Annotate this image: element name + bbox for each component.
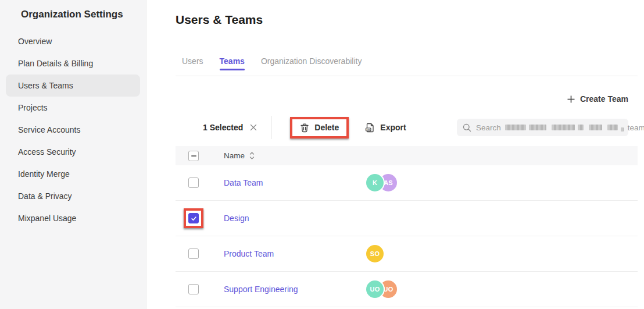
- row-checkbox-checked[interactable]: [188, 213, 199, 223]
- avatar: K: [366, 174, 384, 191]
- create-team-row: Create Team: [176, 91, 638, 106]
- export-label: Export: [380, 123, 406, 132]
- checkbox-annotation-box: [184, 208, 203, 228]
- team-link[interactable]: Product Team: [224, 249, 274, 258]
- sidebar-item-access-security[interactable]: Access Security: [6, 141, 140, 163]
- trash-icon: [300, 123, 309, 133]
- search-placeholder: Search teams: [476, 123, 644, 132]
- create-team-button[interactable]: Create Team: [567, 94, 628, 104]
- organization-settings-page: Organization Settings Overview Plan Deta…: [0, 0, 644, 309]
- avatar-stack: K AS: [366, 174, 397, 191]
- page-title: Users & Teams: [176, 12, 638, 27]
- sidebar-item-projects[interactable]: Projects: [6, 97, 140, 119]
- close-icon: [250, 124, 257, 131]
- csv-file-icon: csv: [365, 123, 375, 133]
- export-button[interactable]: csv Export: [365, 123, 406, 133]
- search-placeholder-prefix: Search: [476, 123, 501, 132]
- redacted-placeholder-text: [505, 125, 624, 130]
- row-checkbox[interactable]: [188, 248, 199, 259]
- team-link[interactable]: Data Team: [224, 178, 263, 187]
- selection-status: 1 Selected: [203, 123, 258, 132]
- delete-annotation-box: Delete: [290, 117, 349, 138]
- vertical-divider: [271, 116, 271, 139]
- name-column-header: Name: [224, 151, 366, 160]
- create-team-label: Create Team: [580, 94, 628, 104]
- main-content: Users & Teams Users Teams Organization D…: [146, 0, 644, 309]
- sidebar-item-data-privacy[interactable]: Data & Privacy: [6, 185, 140, 207]
- team-link[interactable]: Support Engineering: [224, 285, 298, 294]
- sidebar: Organization Settings Overview Plan Deta…: [0, 0, 146, 309]
- sidebar-item-overview[interactable]: Overview: [6, 30, 140, 52]
- sidebar-item-mixpanel-usage[interactable]: Mixpanel Usage: [6, 207, 140, 229]
- clear-selection-button[interactable]: [249, 123, 258, 132]
- sidebar-item-plan-details-billing[interactable]: Plan Details & Billing: [6, 52, 140, 74]
- sidebar-nav: Overview Plan Details & Billing Users & …: [0, 30, 146, 229]
- table-row: Data Team K AS: [176, 165, 638, 201]
- select-all-checkbox[interactable]: [188, 151, 199, 161]
- sidebar-item-service-accounts[interactable]: Service Accounts: [6, 119, 140, 141]
- search-input[interactable]: Search teams: [457, 119, 628, 136]
- sidebar-item-users-teams[interactable]: Users & Teams: [6, 74, 140, 97]
- sidebar-item-identity-merge[interactable]: Identity Merge: [6, 163, 140, 185]
- table-header-row: Name: [176, 146, 638, 165]
- table-row: Design: [176, 201, 638, 236]
- tab-organization-discoverability[interactable]: Organization Discoverability: [261, 56, 362, 66]
- search-icon: [463, 123, 471, 132]
- plus-icon: [567, 95, 575, 103]
- row-checkbox[interactable]: [188, 284, 199, 294]
- sort-icon[interactable]: [249, 152, 255, 159]
- tab-teams[interactable]: Teams: [220, 56, 245, 66]
- checkmark-icon: [191, 215, 197, 222]
- avatar-stack: UO UO: [366, 280, 397, 298]
- delete-button[interactable]: Delete: [300, 123, 339, 133]
- search-placeholder-suffix: teams: [628, 123, 644, 132]
- selected-count: 1 Selected: [203, 123, 243, 132]
- tab-users[interactable]: Users: [182, 56, 203, 66]
- table-row: Product Team SO: [176, 236, 638, 272]
- svg-text:csv: csv: [367, 128, 371, 130]
- delete-label: Delete: [314, 123, 339, 132]
- name-header-label: Name: [224, 151, 245, 160]
- tab-bar: Users Teams Organization Discoverability: [176, 56, 638, 76]
- row-checkbox[interactable]: [188, 177, 199, 188]
- teams-table: Name Data Team K AS: [176, 146, 638, 307]
- table-row: Support Engineering UO UO: [176, 272, 638, 307]
- avatar: UO: [366, 280, 384, 298]
- sidebar-title: Organization Settings: [0, 0, 146, 21]
- team-link[interactable]: Design: [224, 214, 249, 223]
- avatar-stack: SO: [366, 245, 384, 262]
- avatar: SO: [366, 245, 384, 262]
- bulk-action-bar: 1 Selected: [176, 114, 638, 141]
